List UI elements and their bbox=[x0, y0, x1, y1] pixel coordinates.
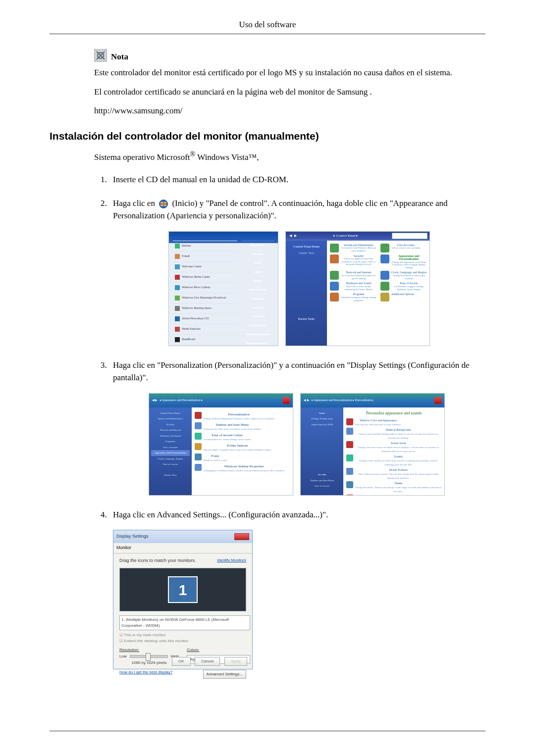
page-header: Uso del software bbox=[50, 20, 485, 34]
start-item: Adobe Photoshop CS3 bbox=[182, 316, 209, 321]
cp-category: User Accounts bbox=[397, 244, 414, 247]
step-4-text: Haga clic en Advanced Settings... (Confi… bbox=[113, 510, 328, 519]
start-right-item: Network bbox=[242, 303, 274, 312]
ds-colors-label: Colors: bbox=[187, 647, 246, 653]
ds-resolution-label: Resolution: bbox=[119, 647, 179, 653]
screenshot-appearance-personalization: ◀ ▶ ▸ Appearance and Personalization ▸ C… bbox=[149, 393, 293, 496]
start-right-item: Help and Support bbox=[242, 339, 274, 346]
start-item: Internet bbox=[182, 244, 191, 248]
start-right-item: Connect To bbox=[242, 312, 274, 321]
start-right-item: Games bbox=[242, 267, 274, 276]
ds-cancel-button: Cancel bbox=[195, 657, 220, 666]
screenshot-start-menu: Internet E-mail Welcome Center Windows M… bbox=[168, 231, 278, 346]
ds-title: Display Settings bbox=[116, 533, 149, 540]
cp-side-link: Classic View bbox=[288, 250, 325, 256]
close-icon bbox=[234, 533, 249, 540]
ds-monitor-dropdown: 1. (Multiple Monitors) on NVIDIA GeForce… bbox=[119, 615, 250, 630]
os-line-a: Sistema operativo Microsoft bbox=[94, 152, 190, 162]
cp-side-title: Control Panel Home bbox=[288, 244, 325, 250]
os-line-b: Windows Vista™, bbox=[195, 152, 259, 162]
cp-side-recent: Recent Tasks bbox=[288, 316, 325, 322]
start-item: Windows Photo Gallery bbox=[182, 285, 211, 290]
ds-advanced-button: Advanced Settings... bbox=[203, 670, 246, 679]
cp-category: Programs bbox=[353, 293, 364, 296]
start-item: Windows Media Center bbox=[182, 275, 210, 279]
step-4: Haga clic en Advanced Settings... (Confi… bbox=[109, 508, 485, 670]
close-icon bbox=[283, 397, 290, 404]
start-item: DashBoard bbox=[182, 337, 195, 342]
cp-category-appearance: Appearance and Personalization bbox=[398, 254, 419, 261]
ds-ok-button: OK bbox=[172, 657, 191, 666]
ds-apply-button: Apply bbox=[224, 657, 247, 666]
start-right-item: Recent Items bbox=[242, 285, 274, 294]
cp-category: Clock, Language, and Region bbox=[391, 271, 427, 274]
step-2: Haga clic en (Inicio) y "Panel de contro… bbox=[109, 197, 485, 346]
note-url: http://www.samsung.com/ bbox=[94, 105, 485, 117]
note-paragraph-2: El controlador certificado se anunciará … bbox=[94, 86, 485, 99]
step-1: Inserte el CD del manual en la unidad de… bbox=[109, 173, 485, 186]
ds-drag-text: Drag the icons to match your monitors. bbox=[119, 557, 196, 564]
ds-checkbox-extend: ☑ Extend the desktop onto this monitor bbox=[119, 638, 246, 644]
close-icon bbox=[434, 397, 441, 404]
ds-monitor-preview: 1 bbox=[119, 568, 246, 611]
start-right-item: Control Panel bbox=[242, 321, 274, 330]
start-item: Welcome Center bbox=[182, 264, 202, 269]
note-text: Este controlador del monitor está certif… bbox=[94, 67, 485, 117]
start-right-item: Pictures bbox=[242, 250, 274, 258]
section-heading: Instalación del controlador del monitor … bbox=[50, 130, 485, 142]
start-orb-icon bbox=[158, 199, 169, 209]
start-item: Windows Meeting Space bbox=[182, 306, 212, 310]
ds-checkbox-main: ☑ This is my main monitor bbox=[119, 632, 246, 638]
cp-category: Security bbox=[354, 254, 364, 257]
screenshot-display-settings: Display Settings Monitor Drag the icons … bbox=[113, 530, 253, 669]
start-item: Windows Live Messenger Download bbox=[182, 296, 226, 300]
start-item: E-mail bbox=[182, 254, 190, 258]
start-right-item: Music bbox=[242, 258, 274, 267]
step-3: Haga clic en "Personalization (Personali… bbox=[109, 359, 485, 496]
start-right-item: Computer bbox=[242, 294, 274, 303]
ds-how-link: How do I get the best display? bbox=[119, 670, 172, 674]
os-line: Sistema operativo Microsoft® Windows Vis… bbox=[94, 149, 485, 163]
start-right-item: Documents bbox=[242, 241, 274, 250]
ds-monitor-1: 1 bbox=[168, 576, 198, 603]
screenshot-personalization: ◀ ▶ ▸ Appearance and Personalization ▸ P… bbox=[300, 393, 445, 496]
note-label: Nota bbox=[111, 52, 128, 61]
start-item: Media Explorer bbox=[182, 327, 201, 331]
cp-category: Network and Internet bbox=[346, 271, 371, 274]
ds-tab-monitor: Monitor bbox=[113, 543, 252, 554]
svg-point-2 bbox=[159, 200, 168, 208]
start-right-item: Default Programs bbox=[242, 330, 274, 339]
screenshot-control-panel: ◀▶ ▸ Control Panel ▸ Control Panel Home … bbox=[285, 231, 430, 346]
step-2-text-a: Haga clic en bbox=[113, 199, 157, 208]
ds-identify-link: Identify Monitors bbox=[217, 557, 246, 563]
cp-category: Ease of Access bbox=[400, 282, 418, 285]
start-right-item: Search bbox=[242, 276, 274, 285]
note-icon bbox=[94, 49, 107, 62]
note-paragraph-1: Este controlador del monitor está certif… bbox=[94, 67, 485, 79]
step-3-text: Haga clic en "Personalization (Personali… bbox=[113, 360, 470, 383]
cp-category: Hardware and Sound bbox=[346, 282, 372, 285]
search-box bbox=[392, 233, 428, 239]
cp-title: Control Panel bbox=[336, 234, 356, 238]
footer-rule bbox=[50, 731, 485, 731]
cp-category: Additional Options bbox=[391, 293, 414, 296]
cp-category: System and Maintenance bbox=[344, 244, 374, 247]
